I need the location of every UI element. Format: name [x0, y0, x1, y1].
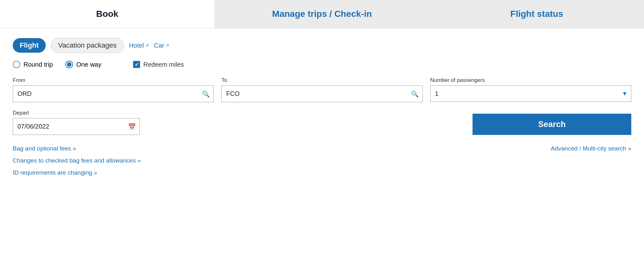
- depart-search-row: Depart 📅 Search: [13, 110, 631, 135]
- trip-type-row: Round trip One way ✓ Redeem miles: [13, 61, 631, 68]
- passengers-label: Number of passengers: [430, 77, 631, 83]
- one-way-option[interactable]: One way: [65, 61, 101, 68]
- tab-manage-label: Manage trips / Check-in: [272, 9, 372, 19]
- from-search-icon: 🔍: [202, 90, 210, 98]
- redeem-miles-label: Redeem miles: [143, 61, 184, 68]
- one-way-label: One way: [76, 61, 101, 68]
- round-trip-option[interactable]: Round trip: [13, 61, 53, 68]
- to-search-icon: 🔍: [411, 90, 419, 98]
- links-row-2: Changes to checked bag fees and allowanc…: [13, 157, 631, 164]
- to-label: To: [221, 77, 422, 83]
- checked-bag-label: Changes to checked bag fees and allowanc…: [13, 157, 141, 164]
- passengers-select[interactable]: 1 2 3 4 5: [430, 85, 631, 102]
- checkmark-icon: ✓: [135, 62, 139, 68]
- to-input-wrapper: 🔍: [221, 85, 422, 102]
- vacation-tab-button[interactable]: Vacation packages: [51, 38, 124, 53]
- main-content: Flight Vacation packages Hotel ↗ Car ↗ R…: [0, 28, 644, 280]
- redeem-miles-checkbox[interactable]: ✓: [133, 61, 140, 68]
- car-external-icon: ↗: [165, 43, 169, 48]
- links-row-3: ID requirements are changing »: [13, 169, 631, 176]
- flight-tab-button[interactable]: Flight: [13, 38, 46, 53]
- bag-fees-label: Bag and optional fees »: [13, 145, 76, 152]
- to-group: To 🔍: [221, 77, 422, 102]
- search-button[interactable]: Search: [473, 114, 631, 135]
- passengers-select-wrapper: 1 2 3 4 5 ▼: [430, 85, 631, 102]
- from-input-wrapper: 🔍: [13, 85, 214, 102]
- passengers-group: Number of passengers 1 2 3 4 5 ▼: [430, 77, 631, 102]
- id-requirements-label: ID requirements are changing »: [13, 169, 97, 176]
- round-trip-label: Round trip: [23, 61, 53, 68]
- car-tab-link[interactable]: Car ↗: [154, 42, 169, 49]
- id-requirements-link[interactable]: ID requirements are changing »: [13, 169, 97, 176]
- vacation-tab-label: Vacation packages: [58, 41, 117, 49]
- tab-flight-status-label: Flight status: [510, 9, 563, 19]
- depart-group: Depart 📅: [13, 110, 140, 135]
- tab-book-label: Book: [96, 9, 118, 19]
- depart-input-wrapper: 📅: [13, 118, 140, 135]
- from-to-passengers-row: From 🔍 To 🔍 Number of passengers 1 2 3 4: [13, 77, 631, 102]
- links-section: Bag and optional fees » Advanced / Multi…: [13, 145, 631, 176]
- one-way-radio[interactable]: [65, 61, 73, 68]
- advanced-search-label: Advanced / Multi-city search »: [551, 145, 631, 152]
- advanced-search-link[interactable]: Advanced / Multi-city search »: [551, 145, 631, 152]
- redeem-miles-section: ✓ Redeem miles: [133, 61, 184, 68]
- car-tab-label: Car: [154, 42, 164, 49]
- tab-flight-status[interactable]: Flight status: [430, 0, 644, 28]
- top-navigation: Book Manage trips / Check-in Flight stat…: [0, 0, 644, 28]
- round-trip-radio[interactable]: [13, 61, 20, 68]
- category-tabs: Flight Vacation packages Hotel ↗ Car ↗: [13, 38, 631, 53]
- to-input[interactable]: [221, 85, 422, 102]
- tab-book[interactable]: Book: [0, 0, 215, 28]
- links-row-1: Bag and optional fees » Advanced / Multi…: [13, 145, 631, 152]
- hotel-tab-label: Hotel: [129, 42, 144, 49]
- depart-label: Depart: [13, 110, 140, 116]
- checked-bag-link[interactable]: Changes to checked bag fees and allowanc…: [13, 157, 141, 164]
- hotel-tab-link[interactable]: Hotel ↗: [129, 42, 149, 49]
- hotel-external-icon: ↗: [145, 43, 149, 48]
- bag-fees-link[interactable]: Bag and optional fees »: [13, 145, 76, 152]
- tab-manage[interactable]: Manage trips / Check-in: [215, 0, 429, 28]
- flight-tab-label: Flight: [20, 41, 39, 49]
- from-input[interactable]: [13, 85, 214, 102]
- from-label: From: [13, 77, 214, 83]
- from-group: From 🔍: [13, 77, 214, 102]
- search-button-label: Search: [538, 119, 566, 129]
- calendar-icon[interactable]: 📅: [128, 123, 136, 130]
- depart-input[interactable]: [13, 118, 140, 135]
